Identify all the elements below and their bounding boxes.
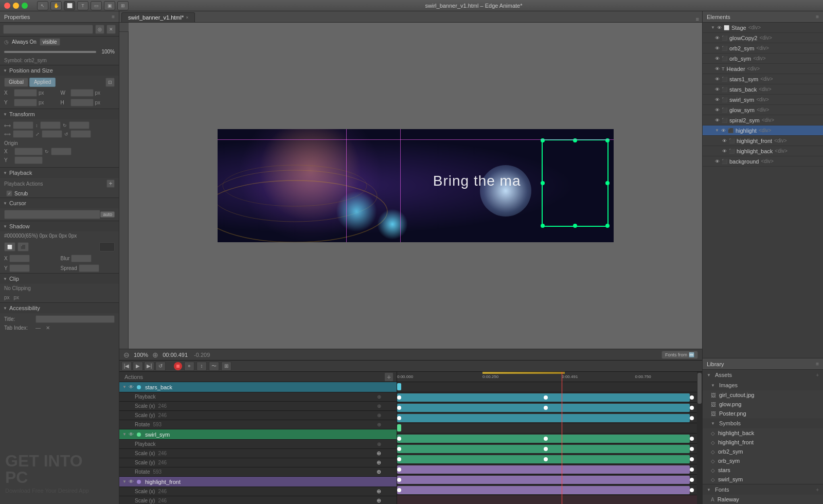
element-item-glowsym[interactable]: 👁 ⬛ glow_sym <div> <box>703 105 823 115</box>
shadow-section[interactable]: ▼ Shadow <box>0 221 119 231</box>
tl-rewind-btn[interactable]: |◀ <box>121 362 132 371</box>
scale-x-input[interactable]: 100% <box>13 121 33 129</box>
element-options-btn[interactable]: ✕ <box>106 25 116 34</box>
symbols-header[interactable]: ▼ Symbols <box>703 418 823 428</box>
sel-handle-bm[interactable] <box>573 224 577 228</box>
toolbar-rect[interactable]: ▭ <box>91 1 102 10</box>
tl-cursor-btn[interactable]: ↕ <box>196 362 207 371</box>
stars-scaley-kf2[interactable] <box>544 406 548 410</box>
swirl-rotate-kf2[interactable] <box>544 457 548 461</box>
element-name-input[interactable]: orb2_sym <box>3 25 93 34</box>
selection-box[interactable] <box>542 139 609 227</box>
sel-handle-br[interactable] <box>605 224 610 228</box>
element-item-spiral2sym[interactable]: 👁 ⬛ spiral2_sym <div> <box>703 115 823 125</box>
elements-collapse-icon[interactable]: ≡ <box>816 14 819 20</box>
symbol-orb2sym[interactable]: ◇ orb2_sym <box>703 447 823 456</box>
tl-snap-btn[interactable]: ⊞ <box>221 362 231 371</box>
title-input[interactable] <box>35 315 115 323</box>
stars-rotate-pin[interactable]: ⊕ <box>377 422 381 427</box>
header-eye-icon[interactable]: 👁 <box>715 66 720 71</box>
symbol-highlight-front[interactable]: ◇ highlight_front <box>703 438 823 447</box>
fonts-from-badge[interactable]: Fonts from 🔤 <box>661 351 698 359</box>
zoom-in-btn[interactable]: ⊕ <box>152 351 158 359</box>
accessibility-section[interactable]: ▼ Accessibility <box>0 302 119 313</box>
tab-close-icon[interactable]: × <box>186 15 188 20</box>
shadow-color-btn[interactable] <box>99 242 115 251</box>
origin-x-input[interactable]: 50.00% <box>14 148 43 155</box>
shadow-spread-input[interactable]: 0 px <box>79 264 99 272</box>
tl-play-btn[interactable]: ▶ <box>133 362 143 371</box>
visibility-badge[interactable]: visible <box>40 38 60 46</box>
scale-x2-input[interactable]: 100% <box>40 121 61 129</box>
shadow-inner-btn[interactable]: ⬛ <box>17 242 29 251</box>
toolbar-arrow[interactable]: ↖ <box>37 1 48 10</box>
hfront-scalex-kf2[interactable] <box>690 467 694 472</box>
w-input[interactable]: 150 <box>70 89 94 97</box>
stars-back-expand-icon[interactable]: ▼ <box>122 385 127 389</box>
glowcopy2-eye-icon[interactable]: 👁 <box>715 35 720 41</box>
stars-scaley-pin[interactable]: ⊕ <box>377 412 381 418</box>
swirl-scaley-pin[interactable]: ⊕ <box>377 459 381 466</box>
hfront-scalex-pin[interactable]: ⊕ <box>377 488 381 495</box>
add-action-btn[interactable]: + <box>106 179 115 188</box>
stars-scalex-kf2[interactable] <box>544 395 548 400</box>
shadow-blur-input[interactable]: 0 px <box>71 255 92 262</box>
element-item-swirlsym[interactable]: 👁 ⬛ swirl_sym <div> <box>703 95 823 105</box>
eye-icon-hfront[interactable]: 👁 <box>129 479 134 484</box>
element-item-background[interactable]: 👁 ⬛ background <div> <box>703 156 823 167</box>
hfront-scaley-kf2[interactable] <box>690 478 694 482</box>
assets-header[interactable]: ▼ Assets + <box>703 370 823 380</box>
h-input[interactable]: 150 <box>70 99 94 106</box>
applied-btn[interactable]: Applied <box>29 78 56 87</box>
toolbar-select[interactable]: ⬜ <box>64 1 75 10</box>
swirl-scaley-kf3[interactable] <box>690 447 694 451</box>
swirl-rotate-kf1[interactable] <box>397 457 401 461</box>
element-item-highlightfront[interactable]: 👁 ⬛ highlight_front <div> <box>703 136 823 146</box>
global-btn[interactable]: Global <box>4 78 28 87</box>
pos-options-btn[interactable]: ⊡ <box>105 78 115 87</box>
element-item-header[interactable]: 👁 T Header <div> <box>703 64 823 74</box>
hfront-scalex-kf1[interactable] <box>397 467 401 472</box>
clip-section[interactable]: ▼ Clip <box>0 273 119 284</box>
stage-expand[interactable]: ▼ <box>711 25 715 30</box>
swirl-scaley-kf1[interactable] <box>397 447 401 451</box>
font-raleway[interactable]: A Raleway <box>703 495 823 504</box>
tl-add-btn[interactable]: + <box>384 372 393 382</box>
origin-rotate-input[interactable]: 0° <box>51 148 71 155</box>
hback-eye-icon[interactable]: 👁 <box>722 149 727 154</box>
stars-scalex-kf1[interactable] <box>397 395 401 400</box>
highlight-eye-icon[interactable]: 👁 <box>721 128 726 133</box>
canvas-content[interactable]: Bring the ma <box>129 23 702 349</box>
highlight-expand[interactable]: ▼ <box>715 128 719 133</box>
symbol-swirlsym[interactable]: ◇ swirl_sym <box>703 475 823 484</box>
orbsym-eye-icon[interactable]: 👁 <box>715 56 720 61</box>
stars-scalex-kf3[interactable] <box>690 395 694 400</box>
element-item-stage[interactable]: ▼ 👁 ⬜ Stage <div> <box>703 23 823 33</box>
glowsym-eye-icon[interactable]: 👁 <box>715 107 720 113</box>
swirl-scaley-kf2[interactable] <box>544 447 548 451</box>
fonts-header[interactable]: ▼ Fonts + <box>703 484 823 495</box>
swirl-scalex-pin[interactable]: ⊕ <box>377 450 381 457</box>
toolbar-grid[interactable]: ⊞ <box>117 1 129 10</box>
element-item-orb2sym[interactable]: 👁 ⬛ orb2_sym <div> <box>703 43 823 53</box>
assets-options[interactable]: + <box>816 372 819 378</box>
orb2sym-eye-icon[interactable]: 👁 <box>715 46 720 51</box>
highlight-front-expand-icon[interactable]: ▼ <box>122 479 127 484</box>
starsback-eye-icon[interactable]: 👁 <box>715 87 720 92</box>
tl-wave-btn[interactable]: 〜 <box>209 362 219 371</box>
x-input[interactable]: 725 <box>14 89 37 97</box>
maximize-button[interactable] <box>22 3 28 9</box>
position-size-section[interactable]: ▼ Position and Size <box>0 65 119 76</box>
fonts-options[interactable]: + <box>816 487 819 493</box>
bg-eye-icon[interactable]: 👁 <box>715 159 720 164</box>
sel-handle-bl[interactable] <box>541 224 545 228</box>
element-item-starsback[interactable]: 👁 ⬛ stars_back <div> <box>703 84 823 95</box>
minimize-button[interactable] <box>13 3 19 9</box>
shadow-y-input[interactable]: 0 px <box>9 264 30 272</box>
toolbar-rounded[interactable]: ▣ <box>104 1 115 10</box>
symbol-stars[interactable]: ◇ stars <box>703 465 823 475</box>
swirl-rotate-pin[interactable]: ⊕ <box>377 469 381 475</box>
toolbar-type[interactable]: T <box>77 1 88 10</box>
close-button[interactable] <box>4 3 10 9</box>
library-expand-icon[interactable]: ≡ <box>816 361 819 367</box>
